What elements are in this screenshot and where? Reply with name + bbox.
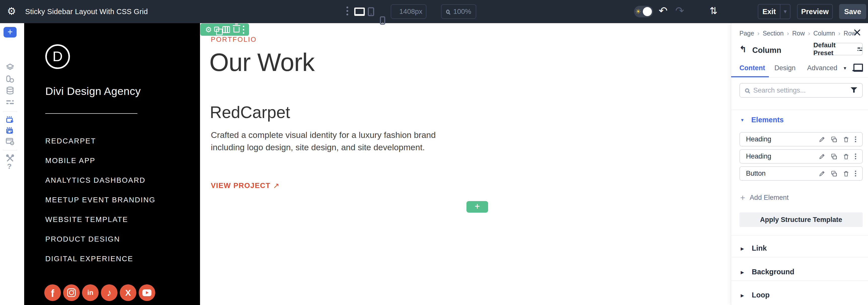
site-sidebar-section: D Divi Design Agency REDCARPET MOBILE AP… [24, 23, 200, 305]
delete-trash-icon[interactable] [843, 153, 849, 160]
sidebar-nav-meetup-event-branding[interactable]: MEETUP EVENT BRANDING [45, 196, 155, 204]
sidebar-nav-website-template[interactable]: WEBSITE TEMPLATE [45, 215, 128, 224]
exit-dropdown-caret[interactable]: ▼ [780, 4, 790, 19]
apply-structure-template-button[interactable]: Apply Structure Template [739, 212, 863, 227]
builder-settings-gear-icon[interactable]: ⚙ [7, 6, 16, 16]
close-panel-icon[interactable] [854, 29, 861, 36]
add-module-button[interactable]: + [3, 27, 17, 37]
add-element-button[interactable]: + Add Element [740, 193, 788, 202]
tab-design[interactable]: Design [774, 64, 796, 72]
filter-funnel-icon[interactable] [850, 87, 857, 93]
select-row-icon[interactable] [5, 116, 14, 125]
add-row-button[interactable]: + [466, 201, 488, 213]
history-icon[interactable] [692, 24, 701, 33]
section-background[interactable]: Background [752, 268, 794, 276]
sort-arrows-icon[interactable]: ⇅ [710, 6, 717, 16]
element-label: Heading [746, 135, 819, 143]
section-loop[interactable]: Loop [752, 291, 770, 299]
back-to-parent-icon[interactable]: ↰ [739, 45, 747, 53]
canvas-width-input[interactable]: 1408px [391, 4, 427, 19]
element-row-button[interactable]: Button [739, 166, 863, 181]
preview-button[interactable]: Preview [797, 4, 833, 19]
responsive-device-icon[interactable] [852, 64, 862, 71]
elements-section-header[interactable]: Elements [751, 116, 784, 124]
design-presets-icon[interactable] [5, 75, 14, 84]
row-duplicate-icon[interactable] [214, 27, 219, 32]
redo-icon[interactable]: ↷ [675, 5, 684, 16]
sidebar-nav-redcarpet[interactable]: REDCARPET [45, 137, 96, 145]
settings-list-icon[interactable] [5, 98, 14, 107]
view-project-link[interactable]: VIEW PROJECT ↗ [211, 181, 280, 190]
element-label: Button [746, 170, 819, 177]
tablet-view-icon[interactable] [368, 7, 374, 16]
database-icon[interactable] [5, 86, 14, 95]
element-more-options-icon[interactable] [855, 136, 856, 142]
delete-trash-icon[interactable] [843, 136, 849, 143]
facebook-icon[interactable]: f [44, 284, 61, 301]
layers-icon[interactable] [5, 63, 14, 72]
site-logo-letter: D [53, 48, 63, 65]
instagram-icon[interactable] [63, 284, 80, 301]
sidebar-nav-mobile-app[interactable]: MOBILE APP [45, 156, 95, 165]
section-link[interactable]: Link [752, 244, 767, 252]
breadcrumb-column[interactable]: Column [813, 30, 835, 37]
tiktok-icon[interactable]: ♪ [101, 284, 118, 301]
breadcrumb-row[interactable]: Row [792, 30, 805, 37]
sidebar-nav-product-design[interactable]: PRODUCT DESIGN [45, 235, 120, 243]
facebook-glyph: f [51, 286, 54, 299]
delete-trash-icon[interactable] [843, 171, 849, 177]
panel-divider [731, 257, 868, 257]
sidebar-nav-digital-experience[interactable]: DIGITAL EXPERIENCE [45, 255, 133, 263]
row-delete-icon[interactable] [234, 27, 240, 32]
sidebar-divider [45, 113, 137, 114]
view-options-kebab-icon[interactable] [346, 6, 348, 16]
save-label: Save [844, 7, 861, 16]
undo-icon[interactable]: ↶ [659, 5, 668, 16]
elements-collapse-triangle-icon[interactable]: ▼ [740, 118, 744, 123]
row-settings-gear-icon[interactable]: ⚙ [205, 26, 212, 33]
exit-label: Exit [758, 7, 780, 16]
duplicate-icon[interactable] [831, 153, 837, 160]
rail-divider [3, 111, 17, 112]
tab-content[interactable]: Content [739, 64, 765, 72]
element-more-options-icon[interactable] [855, 153, 856, 159]
light-dark-mode-toggle[interactable]: ☀ [634, 6, 653, 18]
edit-pencil-icon[interactable] [819, 136, 825, 143]
save-button[interactable]: Save [839, 4, 866, 19]
breadcrumb-page[interactable]: Page [739, 30, 754, 37]
element-row-heading-1[interactable]: Heading [739, 132, 863, 147]
help-icon[interactable]: ? [7, 162, 11, 171]
tools-icon[interactable] [5, 154, 14, 163]
element-row-heading-2[interactable]: Heading [739, 149, 863, 163]
exit-button[interactable]: Exit ▼ [758, 4, 790, 19]
default-preset-button[interactable]: Default Preset [813, 43, 863, 55]
row-more-options-icon[interactable] [243, 26, 244, 34]
link-expand-triangle-icon: ▶ [741, 246, 744, 251]
phone-view-icon[interactable] [380, 17, 385, 25]
view-project-label: VIEW PROJECT [211, 181, 271, 190]
page-preview-icon[interactable] [5, 137, 14, 146]
desktop-view-icon[interactable] [354, 7, 365, 16]
x-glyph: X [125, 288, 131, 298]
select-section-icon[interactable] [5, 126, 14, 135]
breadcrumb-separator: › [808, 30, 810, 37]
settings-search [739, 83, 863, 98]
youtube-icon[interactable] [138, 284, 155, 301]
zoom-level-input[interactable]: 100% [441, 4, 476, 19]
linkedin-icon[interactable]: in [82, 284, 99, 301]
tab-advanced[interactable]: Advanced [807, 64, 837, 72]
element-more-options-icon[interactable] [855, 171, 856, 176]
tabs-dropdown-caret[interactable]: ▼ [843, 66, 847, 71]
tiktok-glyph: ♪ [107, 287, 112, 298]
duplicate-icon[interactable] [831, 136, 837, 143]
search-settings-input[interactable] [753, 87, 847, 94]
x-twitter-icon[interactable]: X [120, 284, 136, 301]
row-columns-icon[interactable] [222, 26, 230, 33]
breadcrumb-section[interactable]: Section [763, 30, 783, 37]
element-label: Heading [746, 152, 819, 160]
preview-label: Preview [801, 7, 829, 16]
edit-pencil-icon[interactable] [819, 153, 825, 160]
sidebar-nav-analytics-dashboard[interactable]: ANALYTICS DASHBOARD [45, 176, 146, 184]
edit-pencil-icon[interactable] [819, 171, 825, 177]
duplicate-icon[interactable] [831, 171, 837, 177]
